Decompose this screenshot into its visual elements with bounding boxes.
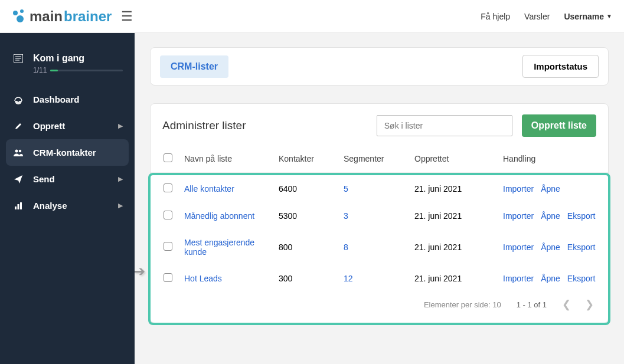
table-row: Alle kontakter6400521. juni 2021Importer… (151, 175, 608, 202)
tab-crm-lists[interactable]: CRM-lister (160, 55, 228, 78)
items-per-page-label: Elementer per side: 10 (424, 300, 501, 309)
action-open[interactable]: Åpne (541, 211, 560, 221)
tutorial-arrow-icon: ➔ (135, 263, 145, 280)
action-open[interactable]: Åpne (541, 274, 560, 283)
list-icon (12, 54, 25, 63)
topbar-left: mainbrainer ☰ (12, 8, 133, 25)
topbar-right: Få hjelp Varsler Username ▼ (481, 12, 612, 21)
sidebar-label: Dashboard (33, 94, 123, 104)
action-open[interactable]: Åpne (541, 242, 560, 252)
sidebar-item-crm-kontakter[interactable]: CRM-kontakter (6, 139, 129, 166)
row-checkbox[interactable] (164, 273, 172, 282)
sidebar-label: Send (33, 174, 118, 184)
svg-rect-7 (15, 206, 17, 209)
svg-point-5 (15, 149, 18, 152)
row-contacts: 6400 (273, 175, 338, 202)
action-export[interactable]: Eksport (567, 211, 595, 221)
sidebar-item-dashboard[interactable]: Dashboard (0, 86, 135, 113)
topbar: mainbrainer ☰ Få hjelp Varsler Username … (0, 0, 624, 33)
col-header-actions: Handling (497, 145, 608, 173)
segments-link[interactable]: 5 (344, 184, 348, 194)
alerts-link[interactable]: Varsler (524, 12, 550, 21)
progress-bar (50, 70, 123, 71)
action-open[interactable]: Åpne (541, 184, 560, 194)
list-name-link[interactable]: Mest engasjerende kunde (184, 238, 254, 257)
svg-rect-8 (18, 204, 19, 209)
segments-link[interactable]: 3 (344, 211, 348, 221)
row-created: 21. juni 2021 (409, 265, 497, 292)
svg-point-6 (19, 149, 21, 152)
row-created: 21. juni 2021 (409, 229, 497, 265)
import-status-button[interactable]: Importstatus (522, 55, 599, 78)
action-import[interactable]: Importer (503, 274, 534, 283)
chevron-right-icon: ▶ (118, 175, 123, 183)
segments-link[interactable]: 8 (344, 242, 348, 252)
list-name-link[interactable]: Månedlig abonnent (184, 211, 254, 221)
create-list-button[interactable]: Opprett liste (522, 114, 596, 137)
row-created: 21. juni 2021 (409, 202, 497, 229)
row-contacts: 800 (273, 229, 338, 265)
tabs-card: CRM-lister Importstatus (150, 47, 609, 86)
page-range: 1 - 1 of 1 (517, 300, 547, 309)
row-contacts: 300 (273, 265, 338, 292)
pencil-icon (12, 122, 25, 130)
row-contacts: 5300 (273, 202, 338, 229)
table-row: Mest engasjerende kunde800821. juni 2021… (151, 229, 608, 265)
select-all-checkbox[interactable] (164, 153, 172, 162)
sidebar-item-analyse[interactable]: Analyse ▶ (0, 192, 135, 219)
segments-link[interactable]: 12 (344, 274, 353, 283)
action-import[interactable]: Importer (503, 184, 534, 194)
row-checkbox[interactable] (164, 183, 172, 192)
action-export[interactable]: Eksport (567, 274, 595, 283)
col-header-contacts: Kontakter (273, 145, 338, 173)
search-input[interactable] (377, 115, 512, 136)
tutorial-highlight: Alle kontakter6400521. juni 2021Importer… (148, 173, 610, 325)
caret-down-icon: ▼ (606, 13, 612, 19)
getting-started-label: Kom i gang (33, 53, 84, 64)
logo-dots-icon (12, 9, 26, 24)
paper-plane-icon (12, 175, 25, 183)
list-title: Administrer lister (162, 119, 246, 132)
list-header: Administrer lister Opprett liste (151, 104, 608, 145)
logo[interactable]: mainbrainer (12, 8, 112, 25)
sidebar-label: CRM-kontakter (33, 147, 123, 158)
chevron-right-icon: ▶ (118, 122, 123, 130)
col-header-created: Opprettet (409, 145, 497, 173)
sidebar-label: Analyse (33, 201, 118, 211)
page-prev-icon[interactable]: ❮ (562, 298, 571, 311)
action-import[interactable]: Importer (503, 211, 534, 221)
action-import[interactable]: Importer (503, 242, 534, 252)
user-dropdown[interactable]: Username ▼ (564, 12, 612, 21)
sidebar: Kom i gang 1/11 Dashboard Opprett ▶ (0, 33, 135, 364)
logo-text-brand: brainer (64, 8, 112, 25)
getting-started-progress-text: 1/11 (33, 66, 47, 74)
list-name-link[interactable]: Hot Leads (184, 274, 222, 283)
lists-table: Navn på liste Kontakter Segmenter Oppret… (151, 145, 608, 173)
users-icon (12, 149, 25, 157)
action-export[interactable]: Eksport (567, 242, 595, 252)
sidebar-item-opprett[interactable]: Opprett ▶ (0, 113, 135, 139)
logo-text-main: main (30, 8, 63, 25)
chevron-right-icon: ▶ (118, 202, 123, 209)
svg-rect-9 (20, 202, 22, 209)
username-label: Username (564, 12, 604, 21)
list-card: Administrer lister Opprett liste Navn på… (150, 103, 609, 323)
svg-point-4 (18, 100, 19, 101)
row-checkbox[interactable] (164, 211, 172, 219)
page-next-icon[interactable]: ❯ (585, 298, 594, 311)
table-row: Hot Leads3001221. juni 2021ImporterÅpneE… (151, 265, 608, 292)
row-created: 21. juni 2021 (409, 175, 497, 202)
col-header-segments: Segmenter (338, 145, 409, 173)
main-content: ➔ CRM-lister Importstatus Administrer li… (135, 33, 624, 364)
gauge-icon (12, 95, 25, 104)
table-row: Månedlig abonnent5300321. juni 2021Impor… (151, 202, 608, 229)
sidebar-item-send[interactable]: Send ▶ (0, 166, 135, 192)
sidebar-label: Opprett (33, 121, 118, 131)
chart-icon (12, 202, 25, 210)
row-checkbox[interactable] (164, 242, 172, 251)
help-link[interactable]: Få hjelp (481, 12, 510, 21)
col-header-name: Navn på liste (178, 145, 273, 173)
hamburger-icon[interactable]: ☰ (121, 9, 133, 24)
list-name-link[interactable]: Alle kontakter (184, 184, 234, 194)
sidebar-getting-started[interactable]: Kom i gang 1/11 (0, 45, 135, 86)
